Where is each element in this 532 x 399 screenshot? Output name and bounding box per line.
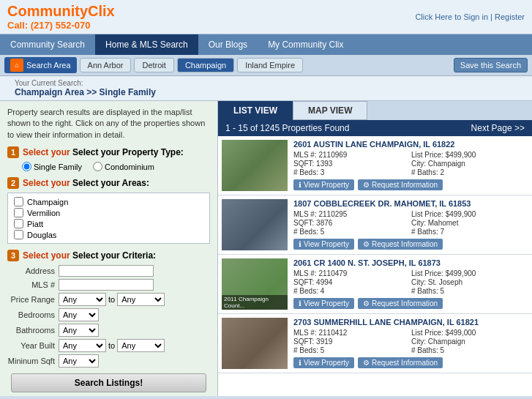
request-info-btn-4[interactable]: ⚙ Request Information (358, 357, 443, 368)
area-douglas[interactable]: Douglas (14, 229, 203, 240)
next-page-link[interactable]: Next Page >> (471, 123, 525, 133)
nav-community-search[interactable]: Community Search (0, 34, 95, 55)
property-img-caption-3: 2011 Champaign Count... (222, 295, 288, 310)
property-details-1: 2601 AUSTIN LANE CHAMPAIGN, IL 61822 MLS… (293, 140, 528, 191)
register-link[interactable]: Register (495, 12, 525, 21)
prop2-baths: # Baths: 7 (411, 228, 528, 236)
mls-label: MLS # (7, 280, 59, 289)
section1-num: 1 (7, 146, 19, 158)
property-details-3: 2061 CR 1400 N. ST. JOSEPH, IL 61873 MLS… (293, 258, 528, 310)
main-content: Property search results are displayed in… (0, 101, 532, 396)
property-list: 2601 AUSTIN LANE CHAMPAIGN, IL 61822 MLS… (218, 136, 532, 396)
request-info-btn-2[interactable]: ⚙ Request Information (358, 239, 443, 250)
prop1-baths: # Baths: 2 (411, 168, 528, 176)
view-property-btn-3[interactable]: ℹ View Property (293, 298, 354, 309)
property-grid-1: MLS #: 2110969 List Price: $499,900 SQFT… (293, 151, 528, 176)
prop1-price: List Price: $499,900 (411, 151, 528, 159)
prop2-sqft: SQFT: 3876 (293, 219, 411, 227)
radio-single-family[interactable]: Single Family (22, 162, 82, 171)
prop3-price: List Price: $499,900 (411, 269, 528, 277)
property-actions-1: ℹ View Property ⚙ Request Information (293, 179, 528, 190)
radio-single-family-input[interactable] (22, 162, 31, 171)
section1-title: Select your Select your Property Type: (23, 147, 184, 157)
year-from-select[interactable]: Any (59, 339, 106, 352)
price-to-select[interactable]: Any (117, 293, 165, 306)
search-listings-button[interactable]: Search Listings! (11, 373, 206, 392)
property-image-4 (222, 318, 288, 369)
property-image-3: 2011 Champaign Count... (222, 258, 288, 310)
property-image-2 (222, 199, 288, 250)
area-piatt[interactable]: Piatt (14, 218, 203, 229)
save-search-button[interactable]: Save this Search (454, 58, 528, 72)
right-panel: LIST VIEW MAP VIEW 1 - 15 of 1245 Proper… (218, 101, 532, 396)
area-piatt-checkbox[interactable] (14, 219, 23, 228)
nav: Community Search Home & MLS Search Our B… (0, 34, 532, 55)
address-label: Address (7, 266, 59, 275)
area-douglas-checkbox[interactable] (14, 230, 23, 239)
beds-select[interactable]: Any (59, 308, 99, 321)
price-from-select[interactable]: Any (59, 293, 106, 306)
list-item: 2703 SUMMERHILL LANE CHAMPAIGN, IL 61821… (218, 314, 532, 373)
area-vermilion-checkbox[interactable] (14, 208, 23, 217)
prop2-mls: MLS #: 2110295 (293, 210, 411, 218)
nav-home-mls-search[interactable]: Home & MLS Search (95, 34, 198, 55)
prop1-sqft: SQFT: 1393 (293, 160, 411, 168)
list-item: 2601 AUSTIN LANE CHAMPAIGN, IL 61822 MLS… (218, 136, 532, 195)
area-vermilion[interactable]: Vermilion (14, 207, 203, 218)
view-property-btn-2[interactable]: ℹ View Property (293, 239, 354, 250)
prop4-baths: # Baths: 5 (411, 346, 528, 354)
request-info-btn-1[interactable]: ⚙ Request Information (358, 179, 443, 190)
baths-select[interactable]: Any (59, 324, 99, 337)
prop3-baths: # Baths: 5 (411, 287, 528, 295)
section1-header: 1 Select your Select your Property Type: (7, 146, 210, 158)
nav-my-community-clix[interactable]: My Community Clix (258, 34, 353, 55)
sqft-label: Mininum Sqft (7, 357, 59, 365)
nav-our-blogs[interactable]: Our Blogs (198, 34, 258, 55)
areas-box: Champaign Vermilion Piatt Douglas (7, 193, 210, 244)
mls-input[interactable] (59, 279, 154, 291)
property-grid-3: MLS #: 2110479 List Price: $499,900 SQFT… (293, 269, 528, 295)
price-to-label: to (108, 295, 115, 304)
property-actions-3: ℹ View Property ⚙ Request Information (293, 298, 528, 309)
beds-row: Bedrooms Any (7, 308, 210, 321)
tab-list-view[interactable]: LIST VIEW (218, 101, 293, 120)
tab-champaign[interactable]: Champaign (177, 58, 234, 72)
property-address-1: 2601 AUSTIN LANE CHAMPAIGN, IL 61822 (293, 140, 528, 149)
header: CommunityClix Call: (217) 552-070 Click … (0, 0, 532, 34)
tab-map-view[interactable]: MAP VIEW (293, 101, 367, 120)
section3-title: Select your Select your Criteria: (23, 250, 156, 261)
section3-header: 3 Select your Select your Criteria: (7, 250, 210, 261)
baths-row: Bathrooms Any (7, 324, 210, 337)
section2-title: Select your Select your Areas: (23, 178, 149, 188)
tab-detroit[interactable]: Detroit (134, 58, 173, 72)
view-property-btn-1[interactable]: ℹ View Property (293, 179, 354, 190)
results-header: 1 - 15 of 1245 Properties Found Next Pag… (218, 120, 532, 136)
sqft-select[interactable]: Any (59, 354, 99, 368)
search-area-label: Search Area (26, 61, 71, 70)
property-grid-4: MLS #: 2110412 List Price: $499,000 SQFT… (293, 329, 528, 354)
radio-condominium[interactable]: Condominium (93, 162, 154, 171)
address-input[interactable] (59, 265, 154, 277)
left-panel: Property search results are displayed in… (0, 101, 218, 396)
property-grid-2: MLS #: 2110295 List Price: $499,900 SQFT… (293, 210, 528, 236)
request-info-btn-3[interactable]: ⚙ Request Information (358, 298, 443, 309)
area-champaign[interactable]: Champaign (14, 196, 203, 207)
property-details-4: 2703 SUMMERHILL LANE CHAMPAIGN, IL 61821… (293, 318, 528, 369)
prop3-sqft: SQFT: 4994 (293, 278, 411, 286)
prop2-city: City: Mahomet (411, 219, 528, 227)
current-search-value: Champaign Area >> Single Family (15, 87, 525, 97)
year-to-select[interactable]: Any (117, 339, 165, 352)
tab-search-area[interactable]: ⌂ Search Area (4, 57, 77, 73)
tab-ann-arbor[interactable]: Ann Arbor (80, 58, 132, 72)
view-property-btn-4[interactable]: ℹ View Property (293, 357, 354, 368)
beds-label: Bedrooms (7, 310, 59, 319)
logo-clix: Clix (88, 3, 115, 19)
tab-inland-empire[interactable]: Inland Empire (237, 58, 303, 72)
sign-in-link[interactable]: Click Here to Sign in (415, 12, 488, 21)
mls-row: MLS # (7, 279, 210, 291)
prop1-city: City: Champaign (411, 160, 528, 168)
year-to-label: to (108, 341, 115, 350)
area-champaign-checkbox[interactable] (14, 197, 23, 206)
property-address-3: 2061 CR 1400 N. ST. JOSEPH, IL 61873 (293, 258, 528, 267)
radio-condominium-input[interactable] (93, 162, 102, 171)
